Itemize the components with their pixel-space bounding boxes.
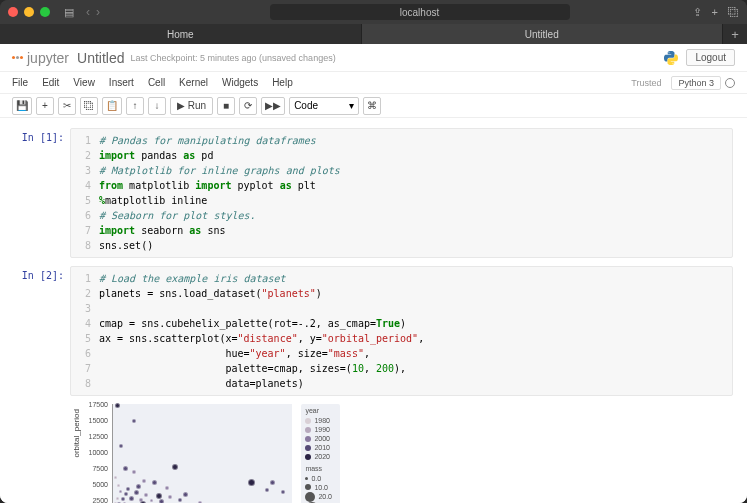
- menu-view[interactable]: View: [73, 77, 95, 88]
- menu-kernel[interactable]: Kernel: [179, 77, 208, 88]
- titlebar: ▤ ‹ › localhost ⇪ + ⿻: [0, 0, 747, 24]
- notebook-page: jupyter Untitled Last Checkpoint: 5 minu…: [0, 44, 747, 503]
- command-palette-button[interactable]: ⌘: [363, 97, 381, 115]
- paste-button[interactable]: 📋: [102, 97, 122, 115]
- cut-button[interactable]: ✂: [58, 97, 76, 115]
- trusted-indicator[interactable]: Trusted: [631, 78, 661, 88]
- restart-button[interactable]: ⟳: [239, 97, 257, 115]
- y-axis-ticks: 025005000750010000125001500017500: [82, 404, 110, 503]
- menu-insert[interactable]: Insert: [109, 77, 134, 88]
- chevron-down-icon: ▾: [349, 100, 354, 111]
- menu-bar: File Edit View Insert Cell Kernel Widget…: [0, 72, 747, 94]
- run-button[interactable]: ▶ Run: [170, 97, 213, 115]
- kernel-indicator[interactable]: Python 3: [671, 76, 721, 90]
- chart-legend: year19801990200020102020mass0.010.020.03…: [301, 404, 340, 503]
- notebook-title[interactable]: Untitled: [77, 50, 124, 66]
- add-cell-button[interactable]: +: [36, 97, 54, 115]
- jupyter-logo[interactable]: jupyter: [12, 50, 69, 66]
- back-icon[interactable]: ‹: [86, 5, 90, 19]
- scatter-chart: orbital_period 0250050007500100001250015…: [82, 400, 342, 503]
- celltype-select[interactable]: Code▾: [289, 97, 359, 115]
- menu-help[interactable]: Help: [272, 77, 293, 88]
- code-cell[interactable]: In [2]: 1# Load the example iris dataset…: [14, 266, 733, 503]
- kernel-status-icon: [725, 78, 735, 88]
- address-bar[interactable]: localhost: [270, 4, 570, 20]
- browser-tab-untitled[interactable]: Untitled: [362, 24, 724, 44]
- copy-button[interactable]: ⿻: [80, 97, 98, 115]
- cell-output: orbital_period 0250050007500100001250015…: [70, 396, 733, 503]
- minimize-icon[interactable]: [24, 7, 34, 17]
- toolbar: 💾 + ✂ ⿻ 📋 ↑ ↓ ▶ Run ■ ⟳ ▶▶ Code▾ ⌘: [0, 94, 747, 118]
- plot-area: [112, 404, 292, 503]
- menu-file[interactable]: File: [12, 77, 28, 88]
- jupyter-logo-text: jupyter: [27, 50, 69, 66]
- forward-icon[interactable]: ›: [96, 5, 100, 19]
- browser-tabs: Home Untitled +: [0, 24, 747, 44]
- tab-plus-icon[interactable]: +: [723, 24, 747, 44]
- jupyter-header: jupyter Untitled Last Checkpoint: 5 minu…: [0, 44, 747, 72]
- notebook-body[interactable]: In [1]: 1# Pandas for manipulating dataf…: [0, 118, 747, 503]
- menu-cell[interactable]: Cell: [148, 77, 165, 88]
- new-tab-icon[interactable]: +: [712, 6, 718, 19]
- run-all-button[interactable]: ▶▶: [261, 97, 285, 115]
- tabs-icon[interactable]: ⿻: [728, 6, 739, 19]
- browser-window: ▤ ‹ › localhost ⇪ + ⿻ Home Untitled + ju…: [0, 0, 747, 503]
- code-input[interactable]: 1# Pandas for manipulating dataframes2im…: [70, 128, 733, 258]
- zoom-icon[interactable]: [40, 7, 50, 17]
- window-controls: [8, 7, 50, 17]
- stop-button[interactable]: ■: [217, 97, 235, 115]
- checkpoint-text: Last Checkpoint: 5 minutes ago (unsaved …: [131, 53, 336, 63]
- nav-buttons: ‹ ›: [86, 5, 100, 19]
- move-down-button[interactable]: ↓: [148, 97, 166, 115]
- python-icon: [662, 49, 680, 67]
- save-button[interactable]: 💾: [12, 97, 32, 115]
- cell-prompt: In [2]:: [14, 266, 70, 503]
- cell-prompt: In [1]:: [14, 128, 70, 258]
- y-axis-label: orbital_period: [72, 409, 81, 457]
- close-icon[interactable]: [8, 7, 18, 17]
- sidebar-icon[interactable]: ▤: [64, 6, 74, 19]
- logout-button[interactable]: Logout: [686, 49, 735, 66]
- browser-tab-home[interactable]: Home: [0, 24, 362, 44]
- code-cell[interactable]: In [1]: 1# Pandas for manipulating dataf…: [14, 128, 733, 258]
- menu-edit[interactable]: Edit: [42, 77, 59, 88]
- share-icon[interactable]: ⇪: [693, 6, 702, 19]
- code-input[interactable]: 1# Load the example iris dataset2planets…: [70, 266, 733, 396]
- move-up-button[interactable]: ↑: [126, 97, 144, 115]
- menu-widgets[interactable]: Widgets: [222, 77, 258, 88]
